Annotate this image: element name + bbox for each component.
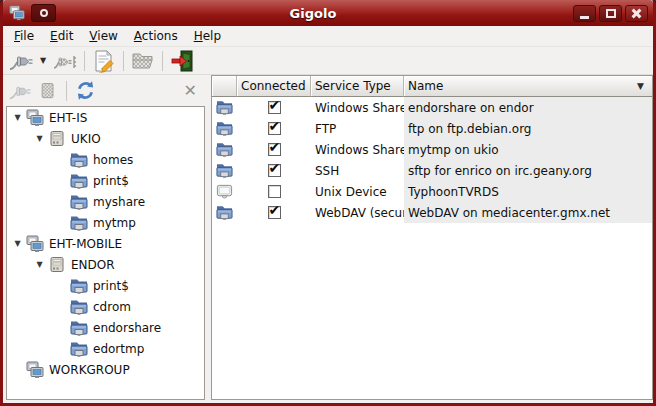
window-controls	[570, 5, 648, 22]
menubar: File Edit View Actions Help	[3, 26, 653, 47]
tree-item-myshare[interactable]: myshare	[7, 191, 204, 212]
header-name[interactable]: Name ▼	[404, 76, 652, 97]
tree-item-cdrom[interactable]: cdrom	[7, 296, 204, 317]
share-icon	[69, 151, 89, 169]
table-row[interactable]: ✔ Unix Device TyphoonTVRDS	[212, 181, 652, 202]
check-icon: ✔	[269, 160, 281, 176]
share-icon	[69, 340, 89, 358]
app-icon	[8, 5, 26, 21]
window-menu-icon	[40, 9, 48, 17]
workgroup-icon	[25, 361, 45, 379]
service-type-cell: SSH	[311, 164, 404, 178]
share-icon	[69, 277, 89, 295]
minimize-button[interactable]	[573, 5, 596, 22]
tree-item-mytmp[interactable]: mytmp	[7, 212, 204, 233]
connected-checkbox[interactable]: ✔	[268, 185, 281, 198]
tree-item-eht-is[interactable]: ▼ EHT-IS	[7, 107, 204, 128]
panel-close-button[interactable]: ✕	[184, 81, 197, 100]
quit-button[interactable]	[167, 48, 197, 74]
share-icon	[69, 319, 89, 337]
table-row[interactable]: ✔ FTP ftp on ftp.debian.org	[212, 118, 652, 139]
share-icon	[69, 214, 89, 232]
service-type-cell: Windows Share	[311, 143, 404, 157]
tree-item-workgroup[interactable]: WORKGROUP	[7, 359, 204, 380]
maximize-icon	[606, 9, 616, 18]
check-icon: ✔	[269, 118, 281, 134]
server-icon	[47, 256, 67, 274]
server-icon	[47, 130, 67, 148]
connect-button[interactable]	[6, 48, 36, 74]
open-folder-icon	[131, 49, 155, 73]
connect-dropdown-button[interactable]: ▼	[36, 48, 50, 74]
connected-checkbox[interactable]: ✔	[268, 122, 281, 135]
table-row[interactable]: ✔ WebDAV (secure) WebDAV on mediacenter.…	[212, 202, 652, 223]
tree-item-endorshare[interactable]: endorshare	[7, 317, 204, 338]
header-connected[interactable]: Connected	[237, 76, 311, 97]
expander-icon[interactable]: ▼	[32, 134, 47, 143]
name-cell: TyphoonTVRDS	[404, 181, 652, 202]
toolbar-separator	[162, 51, 163, 71]
tree-item-endor[interactable]: ▼ ENDOR	[7, 254, 204, 275]
tree-item-eht-mobile[interactable]: ▼ EHT-MOBILE	[7, 233, 204, 254]
workgroup-icon	[25, 235, 45, 253]
service-type-cell: Windows Share	[311, 101, 404, 115]
bookmark-icon	[38, 81, 58, 101]
share-icon	[69, 172, 89, 190]
window-title: Gigolo	[56, 6, 570, 21]
table-row[interactable]: ✔ SSH sftp for enrico on irc.geany.org	[212, 160, 652, 181]
table-row[interactable]: ✔ Windows Share endorshare on endor	[212, 97, 652, 118]
check-icon: ✔	[269, 202, 281, 218]
name-cell: sftp for enrico on irc.geany.org	[404, 160, 652, 181]
share-icon	[215, 204, 234, 221]
device-icon	[215, 183, 234, 200]
connected-checkbox[interactable]: ✔	[268, 101, 281, 114]
close-icon	[631, 8, 642, 19]
content: ✕ ▼ EHT-IS ▼ UKIO homes	[3, 75, 653, 403]
maximize-button[interactable]	[599, 5, 622, 22]
panel-connect-button	[6, 78, 34, 104]
window-menu-button[interactable]	[31, 4, 56, 22]
disconnect-icon	[53, 49, 77, 73]
menu-file[interactable]: File	[6, 27, 42, 45]
edit-bookmarks-icon	[92, 49, 116, 73]
table-row[interactable]: ✔ Windows Share mytmp on ukio	[212, 139, 652, 160]
expander-icon[interactable]: ▼	[10, 113, 25, 122]
close-button[interactable]	[625, 5, 648, 22]
menu-help[interactable]: Help	[186, 27, 229, 45]
table-header: Connected Service Type Name ▼	[212, 76, 652, 97]
header-icon-column[interactable]	[212, 76, 237, 97]
tree-item-print[interactable]: print$	[7, 170, 204, 191]
minimize-icon	[580, 16, 589, 19]
open-mount-button	[128, 48, 158, 74]
panel-refresh-button[interactable]	[71, 78, 99, 104]
toolbar-separator	[84, 51, 85, 71]
connected-checkbox[interactable]: ✔	[268, 143, 281, 156]
gigolo-window: Gigolo File Edit View Actions Help ▼	[0, 0, 656, 406]
workgroup-icon	[25, 109, 45, 127]
share-icon	[215, 162, 234, 179]
menu-view[interactable]: View	[81, 27, 125, 45]
refresh-icon	[75, 80, 96, 101]
toolbar-separator	[123, 51, 124, 71]
expander-icon[interactable]: ▼	[32, 260, 47, 269]
expander-icon[interactable]: ▼	[10, 239, 25, 248]
header-service-type[interactable]: Service Type	[311, 76, 404, 97]
edit-bookmarks-button[interactable]	[89, 48, 119, 74]
quit-icon	[170, 49, 194, 73]
connected-checkbox[interactable]: ✔	[268, 164, 281, 177]
tree-item-homes[interactable]: homes	[7, 149, 204, 170]
connect-icon	[9, 49, 33, 73]
titlebar[interactable]: Gigolo	[3, 0, 653, 26]
tree-item-ukio[interactable]: ▼ UKIO	[7, 128, 204, 149]
share-icon	[215, 99, 234, 116]
menu-edit[interactable]: Edit	[42, 27, 81, 45]
panel-toolbar: ✕	[3, 75, 206, 106]
tree-item-edortmp[interactable]: edortmp	[7, 338, 204, 359]
name-cell: WebDAV on mediacenter.gmx.net	[404, 202, 652, 223]
name-cell: ftp on ftp.debian.org	[404, 118, 652, 139]
share-icon	[69, 298, 89, 316]
connected-checkbox[interactable]: ✔	[268, 206, 281, 219]
tree-item-print2[interactable]: print$	[7, 275, 204, 296]
share-icon	[215, 141, 234, 158]
menu-actions[interactable]: Actions	[126, 27, 186, 45]
